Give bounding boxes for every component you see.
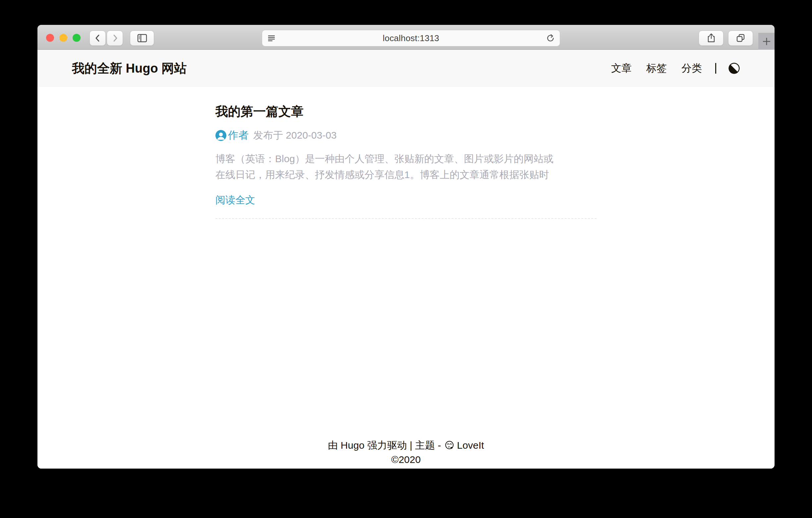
nav-item-tags[interactable]: 标签	[646, 61, 667, 75]
post-column: 我的第一篇文章 作者 发布于 2020-03	[215, 87, 597, 219]
browser-window: localhost:1313	[37, 25, 775, 469]
back-button[interactable]	[89, 30, 106, 46]
chevron-right-icon	[111, 34, 119, 43]
post-title-link[interactable]: 我的第一篇文章	[215, 105, 597, 118]
kissing-face-icon	[444, 440, 454, 451]
sidebar-icon	[137, 33, 148, 43]
footer-theme-link[interactable]: LoveIt	[457, 439, 484, 451]
site-nav: 文章 标签 分类	[597, 61, 740, 75]
web-page: 我的全新 Hugo 网站 文章 标签 分类 我的第一篇文章	[37, 50, 775, 469]
share-button[interactable]	[699, 30, 724, 46]
footer-copyright: ©2020	[37, 454, 775, 466]
browser-toolbar: localhost:1313	[37, 25, 775, 50]
post-meta: 作者 发布于 2020-03-03	[215, 128, 597, 142]
site-title-link[interactable]: 我的全新 Hugo 网站	[72, 60, 186, 77]
nav-divider	[715, 63, 716, 74]
main-content: 我的第一篇文章 作者 发布于 2020-03	[37, 87, 775, 439]
post-divider	[215, 218, 597, 219]
nav-item-categories[interactable]: 分类	[682, 61, 702, 75]
post-publish-date: 发布于 2020-03-03	[253, 129, 337, 142]
refresh-icon[interactable]	[546, 33, 555, 43]
share-icon	[706, 33, 716, 44]
minimize-window-button[interactable]	[59, 34, 67, 42]
summary-line: 博客（英语：Blog）是一种由个人管理、张贴新的文章、图片或影片的网站或	[215, 151, 597, 167]
new-tab-button[interactable]	[758, 33, 775, 50]
chevron-left-icon	[93, 34, 102, 43]
forward-button[interactable]	[107, 30, 123, 46]
close-window-button[interactable]	[46, 34, 54, 42]
sidebar-toggle-button[interactable]	[130, 30, 154, 46]
desktop-background: localhost:1313	[0, 0, 812, 518]
plus-icon	[762, 36, 772, 47]
theme-toggle-icon[interactable]	[728, 62, 740, 74]
post-summary-text: 博客（英语：Blog）是一种由个人管理、张贴新的文章、图片或影片的网站或 在线日…	[215, 151, 597, 183]
tabs-icon	[735, 33, 746, 43]
read-more-link[interactable]: 阅读全文	[215, 193, 597, 207]
tab-overview-button[interactable]	[728, 30, 753, 46]
footer-powered-text: 由 Hugo 强力驱动 | 主题 -	[328, 439, 441, 451]
address-bar[interactable]: localhost:1313	[262, 30, 560, 47]
site-footer: 由 Hugo 强力驱动 | 主题 - LoveIt ©2020	[37, 439, 775, 469]
footer-powered-line: 由 Hugo 强力驱动 | 主题 - LoveIt	[37, 439, 775, 451]
nav-item-posts[interactable]: 文章	[611, 61, 632, 75]
fullscreen-window-button[interactable]	[72, 34, 81, 42]
summary-line: 在线日记，用来纪录、抒发情感或分享信息1。博客上的文章通常根据张贴时	[215, 167, 597, 183]
post-summary-card: 我的第一篇文章 作者 发布于 2020-03	[215, 105, 597, 219]
user-circle-icon	[215, 130, 226, 141]
url-text[interactable]: localhost:1313	[276, 33, 546, 44]
post-author-link[interactable]: 作者	[228, 128, 249, 142]
reader-view-icon[interactable]	[267, 33, 276, 43]
site-header: 我的全新 Hugo 网站 文章 标签 分类	[37, 50, 775, 87]
